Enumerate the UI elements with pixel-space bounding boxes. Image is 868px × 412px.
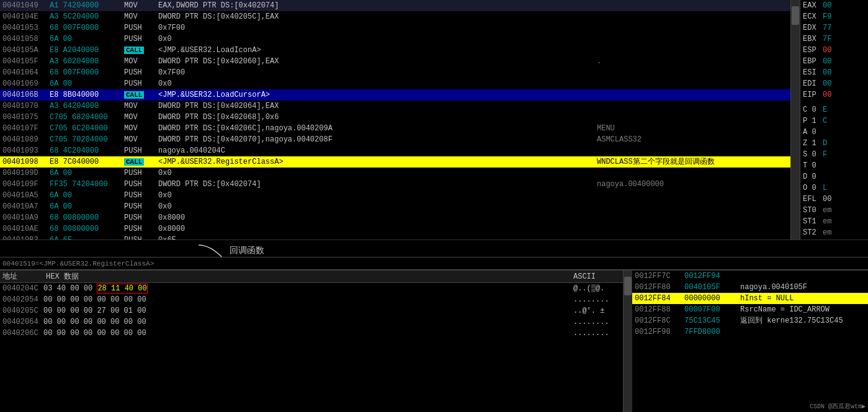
disasm-hex: C705 68204000 [50, 112, 124, 123]
flag-row: O 0L [800, 182, 868, 194]
register-row: EBP00 [800, 56, 868, 67]
flag-extra: D [823, 138, 827, 149]
flag-name: S 0 [803, 149, 823, 160]
disasm-row[interactable]: 0040107FC705 6C204000MOVDWORD PTR DS:[0x… [0, 123, 790, 134]
disasm-row[interactable]: 004010A76A 00PUSH0x0 [0, 201, 790, 212]
disasm-panel-wrapper: 00401049A1 74204000MOVEAX,DWORD PTR DS:[… [0, 0, 800, 240]
disasm-operand: 0x8000 [158, 223, 592, 235]
disasm-mnem: CALL [124, 156, 158, 168]
hex-hex-header: HEX 数据 [46, 271, 573, 282]
disasm-row[interactable]: 0040104EA3 5C204000MOVDWORD PTR DS:[0x40… [0, 11, 790, 22]
disasm-operand: DWORD PTR DS:[0x402064],EAX [158, 101, 592, 112]
disasm-hex: A3 60204000 [50, 56, 124, 67]
flag-extra: C [823, 115, 827, 127]
stack-row: 0012FF8C75C13C45返回到 kerne132.75C13C45 [632, 315, 868, 326]
disasm-hex: 6A 00 [50, 201, 124, 212]
disasm-hex: 6A 6E [50, 235, 124, 240]
disasm-scrollbar[interactable] [791, 0, 800, 240]
disasm-row[interactable]: 00401075C705 68204000MOVDWORD PTR DS:[0x… [0, 112, 790, 123]
disasm-addr: 00401069 [0, 78, 50, 89]
disasm-hex: A3 64204000 [50, 101, 124, 112]
stack-panel: 0012FF7C0012FF940012FF800040105Fnagoya.0… [632, 271, 868, 412]
disasm-row[interactable]: 004010AE68 00800000PUSH0x8000 [0, 223, 790, 235]
stack-value: 75C13C45 [684, 315, 740, 326]
st-label: ST2 [803, 227, 823, 238]
stack-rows: 0012FF7C0012FF940012FF800040105Fnagoya.0… [632, 271, 868, 338]
disasm-operand: <JMP.&USER32.LoadCursorA> [158, 89, 592, 101]
register-name: EBX [803, 34, 823, 45]
status-text: 00401519=<JMP.&USER32.RegisterClassA> [2, 260, 154, 267]
disasm-comment: . [592, 56, 790, 67]
disasm-comment [592, 78, 790, 89]
disasm-addr: 0040104E [0, 11, 50, 22]
disasm-operand: 0x7F00 [158, 22, 592, 34]
stack-value: 0040105F [684, 282, 740, 293]
disasm-mnem: PUSH [124, 212, 158, 223]
disasm-operand: 0x0 [158, 201, 592, 212]
disasm-row[interactable]: 004010B36A 6EPUSH0x6E [0, 235, 790, 240]
disasm-row[interactable]: 00401049A1 74204000MOVEAX,DWORD PTR DS:[… [0, 0, 790, 11]
flag-row: T 0 [800, 160, 868, 171]
disasm-scrollbar-thumb[interactable] [792, 6, 799, 25]
disasm-comment: nagoya.00400000 [592, 179, 790, 190]
disasm-row[interactable]: 004010586A 00PUSH0x0 [0, 34, 790, 45]
disasm-row[interactable]: 0040105AE8 A2040000CALL<JMP.&USER32.Load… [0, 45, 790, 56]
register-row: EAX00 [800, 0, 868, 11]
disasm-row[interactable]: 0040106468 007F0000PUSH0x7F00 [0, 67, 790, 78]
disasm-row[interactable]: 004010A968 00800000PUSH0x8000 [0, 212, 790, 223]
hex-scrollbar[interactable] [624, 271, 632, 412]
disasm-row[interactable]: 0040105FA3 60204000MOVDWORD PTR DS:[0x40… [0, 56, 790, 67]
disasm-hex: 6A 00 [50, 168, 124, 179]
disasm-hex: E8 8B040000 [50, 89, 124, 101]
disasm-row[interactable]: 0040109D6A 00PUSH0x0 [0, 168, 790, 179]
stack-comment: RsrcName = IDC_ARROW [740, 304, 868, 315]
st-label: ST0 [803, 205, 823, 216]
disasm-addr: 0040105F [0, 56, 50, 67]
register-name: EBP [803, 56, 823, 67]
stack-row: 0012FF7C0012FF94 [632, 271, 868, 282]
disasm-operand: DWORD PTR DS:[0x402070],nagoya.0040208F [158, 134, 592, 145]
register-name: EDX [803, 22, 823, 34]
disasm-row[interactable]: 0040106BE8 8B040000CALL<JMP.&USER32.Load… [0, 89, 790, 101]
annotation-area: 回调函数 00401519=<JMP.&USER32.RegisterClass… [0, 240, 868, 269]
register-value: 00 [823, 0, 831, 11]
disasm-addr: 00401093 [0, 145, 50, 156]
st-row: ST1em [800, 216, 868, 227]
call-badge: CALL [124, 158, 144, 166]
stack-comment [740, 271, 868, 282]
disasm-row[interactable]: 0040105368 007F0000PUSH0x7F00 [0, 22, 790, 34]
stack-comment: nagoya.0040105F [740, 282, 868, 293]
flag-name: T 0 [803, 160, 823, 171]
disasm-comment [592, 223, 790, 235]
hex-scrollbar-thumb[interactable] [624, 277, 632, 295]
disasm-operand: 0x0 [158, 34, 592, 45]
hex-dump-addr: 00402054 [0, 294, 43, 305]
flag-name: P 1 [803, 115, 823, 127]
disasm-row[interactable]: 004010696A 00PUSH0x0 [0, 78, 790, 89]
disasm-comment: ASMCLASS32 [592, 134, 790, 145]
disasm-row[interactable]: 00401098E8 7C040000CALL<JMP.&USER32.Regi… [0, 156, 790, 168]
disasm-mnem: PUSH [124, 168, 158, 179]
disasm-row[interactable]: 00401089C705 70204000MOVDWORD PTR DS:[0x… [0, 134, 790, 145]
annotation-label: 回调函数 [230, 245, 264, 256]
register-row: EDI00 [800, 78, 868, 89]
disasm-row[interactable]: 0040109368 4C204000PUSHnagoya.0040204C [0, 145, 790, 156]
stack-row: 0012FF8400000000hInst = NULL [632, 293, 868, 304]
disasm-mnem: PUSH [124, 235, 158, 240]
disasm-row[interactable]: 004010A56A 00PUSH0x0 [0, 190, 790, 201]
disasm-hex: 68 00800000 [50, 223, 124, 235]
disasm-operand: DWORD PTR DS:[0x40206C],nagoya.0040209A [158, 123, 592, 134]
disasm-addr: 0040109F [0, 179, 50, 190]
disasm-operand: 0x0 [158, 78, 592, 89]
disasm-row[interactable]: 0040109FFF35 74204000PUSHDWORD PTR DS:[0… [0, 179, 790, 190]
disasm-panel: 00401049A1 74204000MOVEAX,DWORD PTR DS:[… [0, 0, 791, 240]
hex-panel: 地址 HEX 数据 ASCII 0040204C03 40 00 00 28 1… [0, 271, 624, 412]
disasm-addr: 00401070 [0, 101, 50, 112]
hex-dump-hex: 00 00 00 00 00 00 00 00 [43, 316, 573, 328]
disasm-operand: 0x8000 [158, 212, 592, 223]
hex-addr-header: 地址 [2, 271, 46, 282]
disasm-hex: 68 007F0000 [50, 22, 124, 34]
disasm-row[interactable]: 00401070A3 64204000MOVDWORD PTR DS:[0x40… [0, 101, 790, 112]
disasm-hex: 68 007F0000 [50, 67, 124, 78]
disasm-hex: 6A 00 [50, 34, 124, 45]
